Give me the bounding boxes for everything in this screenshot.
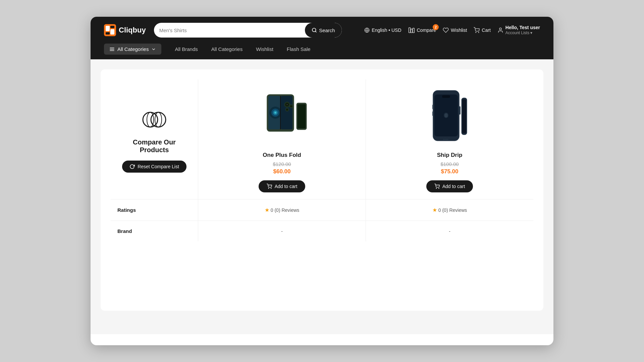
product-1-brand: - — [198, 221, 366, 241]
add-to-cart-button-1[interactable]: Add to cart — [259, 180, 306, 192]
svg-point-20 — [147, 112, 154, 127]
svg-point-51 — [446, 139, 447, 140]
svg-point-39 — [268, 188, 269, 188]
compare-badge: 2 — [433, 24, 439, 30]
search-input[interactable] — [154, 27, 305, 33]
svg-rect-54 — [462, 100, 466, 133]
svg-rect-9 — [409, 28, 410, 33]
brand-label: Brand — [111, 221, 198, 241]
cart-add-icon-1 — [267, 184, 272, 189]
logo[interactable]: Cliqbuy — [104, 24, 146, 36]
compare-rings-icon — [141, 106, 168, 133]
refresh-icon — [129, 164, 135, 169]
compare-container: Compare Our Products Reset Compare List — [101, 69, 543, 311]
compare-wrapper: Compare 2 — [408, 27, 436, 34]
brand-name: Cliqbuy — [119, 26, 146, 35]
user-menu[interactable]: Hello, Test user Account Lists ▾ — [497, 24, 540, 36]
svg-rect-3 — [110, 26, 114, 28]
search-icon — [312, 27, 317, 33]
product-2-sale-price: $75.00 — [441, 168, 459, 175]
nav-wishlist[interactable]: Wishlist — [256, 46, 273, 52]
svg-point-19 — [151, 112, 166, 127]
cart-link[interactable]: Cart — [474, 27, 490, 33]
compare-intro: Compare Our Products Reset Compare List — [111, 79, 198, 199]
star-icon-1: ★ — [265, 207, 269, 213]
product-col-1: One Plus Fold $120.00 $60.00 Add to cart — [198, 79, 366, 199]
categories-button[interactable]: All Categories — [104, 44, 161, 55]
menu-icon — [109, 47, 115, 52]
header-actions: English • USD Compare 2 Wishlist — [364, 24, 540, 36]
product-1-image — [249, 86, 316, 146]
product-2-original-price: $100.00 — [440, 161, 459, 167]
product-1-rating: ★ 0 (0) Reviews — [198, 199, 366, 221]
svg-point-33 — [290, 106, 292, 107]
cart-add-icon-2 — [434, 184, 440, 189]
svg-rect-38 — [298, 104, 306, 128]
svg-point-55 — [436, 188, 436, 188]
header: Cliqbuy Search English • USD — [91, 17, 553, 44]
svg-rect-45 — [442, 95, 450, 98]
svg-rect-11 — [413, 28, 414, 33]
globe-icon — [364, 27, 370, 33]
main-content: Compare Our Products Reset Compare List — [91, 59, 553, 334]
product-2-rating: ★ 0 (0) Reviews — [366, 199, 533, 221]
compare-grid: Compare Our Products Reset Compare List — [111, 79, 533, 241]
svg-point-14 — [499, 28, 501, 30]
svg-rect-1 — [106, 26, 110, 31]
logo-icon — [104, 24, 116, 36]
compare-icon — [408, 27, 415, 34]
chevron-down-icon — [151, 47, 156, 52]
wishlist-link[interactable]: Wishlist — [443, 27, 467, 33]
svg-point-35 — [286, 109, 288, 111]
svg-point-21 — [155, 112, 162, 127]
ship-drip-svg — [420, 88, 480, 145]
language-selector[interactable]: English • USD — [364, 27, 401, 33]
heart-icon — [443, 27, 449, 33]
svg-rect-2 — [106, 32, 110, 35]
svg-point-50 — [444, 139, 445, 140]
svg-rect-47 — [432, 105, 434, 109]
svg-rect-24 — [281, 96, 292, 129]
brand-row: Brand - - — [111, 221, 533, 241]
nav-flash-sale[interactable]: Flash Sale — [287, 46, 311, 52]
product-1-name: One Plus Fold — [263, 152, 301, 159]
search-button[interactable]: Search — [305, 23, 342, 38]
product-2-name: Ship Drip — [437, 152, 463, 159]
browser-window: Cliqbuy Search English • USD — [91, 17, 553, 345]
product-1-original-price: $120.00 — [273, 161, 291, 167]
svg-point-13 — [479, 32, 479, 33]
ratings-row: Ratings ★ 0 (0) Reviews ★ 0 (0) Reviews — [111, 199, 533, 221]
oneplus-fold-svg — [250, 88, 314, 145]
svg-point-56 — [438, 188, 439, 188]
svg-point-31 — [286, 104, 288, 105]
product-2-image — [416, 86, 483, 146]
main-nav: All Categories All Brands All Categories… — [91, 44, 553, 59]
add-to-cart-button-2[interactable]: Add to cart — [426, 180, 473, 192]
svg-point-28 — [274, 112, 276, 114]
svg-rect-10 — [411, 29, 412, 33]
svg-line-6 — [315, 31, 316, 32]
svg-rect-4 — [110, 29, 114, 35]
reset-compare-button[interactable]: Reset Compare List — [122, 161, 186, 173]
svg-point-52 — [447, 139, 448, 140]
product-1-sale-price: $60.00 — [273, 168, 291, 175]
nav-all-brands[interactable]: All Brands — [175, 46, 198, 52]
compare-link[interactable]: Compare — [408, 27, 436, 34]
svg-rect-46 — [459, 106, 461, 115]
product-2-brand: - — [366, 221, 533, 241]
svg-point-12 — [476, 32, 476, 33]
user-info: Hello, Test user Account Lists ▾ — [505, 24, 540, 36]
svg-point-49 — [443, 139, 444, 140]
user-icon — [497, 27, 503, 33]
ratings-label: Ratings — [111, 199, 198, 221]
svg-point-18 — [143, 112, 158, 127]
svg-point-40 — [271, 188, 271, 188]
cart-icon — [474, 27, 480, 33]
nav-all-categories[interactable]: All Categories — [211, 46, 243, 52]
product-col-2: Ship Drip $100.00 $75.00 Add to cart — [366, 79, 533, 199]
star-icon-2: ★ — [432, 207, 437, 213]
search-bar: Search — [154, 23, 342, 38]
svg-rect-48 — [432, 111, 434, 116]
compare-title: Compare Our Products — [117, 138, 191, 154]
